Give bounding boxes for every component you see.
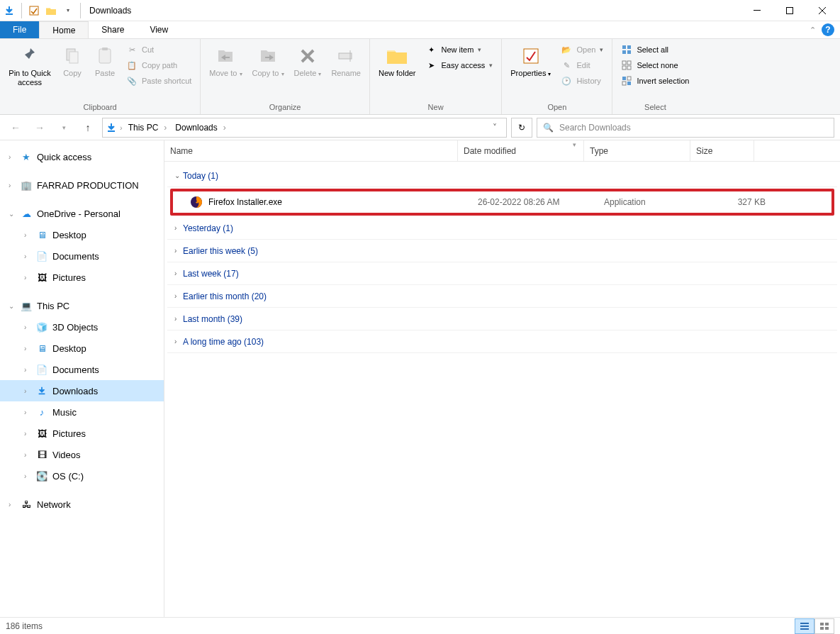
downloads-arrow-icon[interactable] [1, 3, 17, 18]
close-button[interactable] [806, 0, 839, 21]
copy-to-button[interactable]: Copy to ▾ [248, 42, 289, 82]
group-last-week[interactable]: ›Last week (17) [167, 262, 837, 285]
easy-access-icon: ➤ [426, 60, 437, 71]
group-yesterday[interactable]: ›Yesterday (1) [167, 217, 837, 240]
nav-farrad[interactable]: ›🏢FARRAD PRODUCTION [0, 174, 164, 196]
svg-rect-1 [30, 6, 38, 15]
nav-pc-videos[interactable]: ›🎞Videos [0, 444, 164, 465]
column-size[interactable]: Size [690, 140, 754, 161]
documents-icon: 📄 [35, 250, 48, 262]
copy-icon [61, 45, 84, 67]
pictures-icon: 🖼 [35, 427, 48, 440]
nav-pc-downloads[interactable]: ›Downloads [0, 380, 164, 401]
delete-button[interactable]: Delete ▾ [290, 42, 326, 82]
svg-rect-10 [622, 45, 626, 49]
nav-pc-os-c[interactable]: ›💽OS (C:) [0, 465, 164, 486]
move-to-button[interactable]: Move to ▾ [205, 42, 246, 82]
svg-rect-29 [825, 623, 829, 625]
pin-to-quick-access-button[interactable]: Pin to Quick access [4, 42, 55, 90]
breadcrumb-downloads[interactable]: Downloads [172, 123, 228, 133]
refresh-button[interactable]: ↻ [511, 118, 532, 138]
address-bar[interactable]: › This PC Downloads ˅ [102, 118, 507, 138]
recent-locations-button[interactable]: ▾ [54, 118, 74, 138]
qat-folder-icon[interactable] [43, 3, 59, 18]
group-today[interactable]: ⌄Today (1) [167, 165, 837, 187]
status-bar: 186 items [0, 617, 840, 634]
nav-pc-desktop[interactable]: ›🖥Desktop [0, 338, 164, 359]
history-button[interactable]: 🕑History [556, 73, 607, 89]
nav-onedrive[interactable]: ⌄☁OneDrive - Personal [0, 203, 164, 224]
copy-button[interactable]: Copy [57, 42, 88, 81]
svg-rect-23 [39, 394, 45, 395]
details-view-button[interactable] [795, 618, 814, 634]
select-none-button[interactable]: Select none [617, 57, 693, 73]
star-icon: ★ [20, 150, 33, 163]
group-long-time-ago[interactable]: ›A long time ago (103) [167, 330, 837, 353]
address-dropdown-icon[interactable]: ˅ [486, 118, 503, 137]
easy-access-button[interactable]: ➤Easy access [422, 57, 498, 73]
documents-icon: 📄 [35, 363, 48, 376]
minimize-button[interactable] [741, 0, 773, 21]
open-button[interactable]: 📂Open [556, 42, 607, 57]
downloads-path-icon [106, 122, 117, 133]
paste-shortcut-icon: 📎 [126, 75, 138, 87]
nav-pc-music[interactable]: ›♪Music [0, 401, 164, 423]
up-button[interactable]: ↑ [78, 118, 98, 138]
group-this-month[interactable]: ›Earlier this month (20) [167, 285, 837, 308]
nav-this-pc[interactable]: ⌄💻This PC [0, 295, 164, 316]
svg-rect-30 [820, 627, 824, 630]
cut-button[interactable]: ✂Cut [122, 42, 196, 57]
help-icon[interactable]: ? [822, 23, 834, 36]
file-type: Application [604, 197, 710, 207]
forward-button[interactable]: → [30, 118, 50, 138]
search-box[interactable]: 🔍 Search Downloads [537, 118, 834, 138]
copy-path-button[interactable]: 📋Copy path [122, 57, 196, 73]
group-clipboard-label: Clipboard [4, 101, 196, 113]
nav-od-desktop[interactable]: ›🖥Desktop [0, 224, 164, 245]
svg-rect-26 [800, 625, 809, 627]
nav-od-pictures[interactable]: ›🖼Pictures [0, 267, 164, 288]
svg-rect-21 [627, 82, 631, 85]
column-name[interactable]: Name [164, 140, 458, 161]
collapse-ribbon-icon[interactable]: ⌃ [810, 26, 816, 35]
nav-pc-pictures[interactable]: ›🖼Pictures [0, 423, 164, 444]
tab-home[interactable]: Home [39, 21, 89, 38]
nav-network[interactable]: ›🖧Network [0, 494, 164, 515]
firefox-icon [190, 196, 203, 208]
tab-share[interactable]: Share [89, 21, 137, 38]
invert-selection-button[interactable]: Invert selection [617, 73, 693, 89]
column-type[interactable]: Type [584, 140, 690, 161]
new-folder-button[interactable]: New folder [374, 42, 420, 81]
pictures-icon: 🖼 [35, 271, 48, 284]
maximize-button[interactable] [773, 0, 806, 21]
svg-rect-8 [339, 53, 352, 59]
nav-pc-documents[interactable]: ›📄Documents [0, 359, 164, 380]
qat-properties-icon[interactable] [26, 3, 42, 18]
qat-dropdown-icon[interactable]: ▾ [60, 3, 76, 18]
edit-button[interactable]: ✎Edit [556, 57, 607, 73]
column-date-modified[interactable]: Date modified [458, 140, 584, 161]
group-this-week[interactable]: ›Earlier this week (5) [167, 240, 837, 262]
rename-button[interactable]: Rename [327, 42, 365, 81]
select-all-button[interactable]: Select all [617, 42, 693, 57]
desktop-icon: 🖥 [35, 342, 48, 355]
paste-shortcut-button[interactable]: 📎Paste shortcut [122, 73, 196, 89]
group-last-month[interactable]: ›Last month (39) [167, 308, 837, 330]
music-icon: ♪ [35, 406, 48, 418]
properties-button[interactable]: Properties ▾ [506, 42, 555, 82]
file-row-firefox-installer[interactable]: Firefox Installer.exe 26-02-2022 08:26 A… [173, 191, 831, 213]
tab-view[interactable]: View [137, 21, 181, 38]
nav-3d-objects[interactable]: ›🧊3D Objects [0, 316, 164, 338]
nav-quick-access[interactable]: ›★Quick access [0, 146, 164, 167]
3d-objects-icon: 🧊 [35, 321, 48, 333]
svg-rect-2 [754, 10, 761, 11]
nav-od-documents[interactable]: ›📄Documents [0, 245, 164, 267]
copy-to-icon [257, 45, 279, 67]
new-item-button[interactable]: ✦New item [422, 42, 498, 57]
move-to-icon [214, 45, 237, 67]
paste-button[interactable]: Paste [89, 42, 121, 81]
breadcrumb-this-pc[interactable]: This PC [125, 123, 170, 133]
tab-file[interactable]: File [0, 21, 39, 38]
large-icons-view-button[interactable] [814, 618, 834, 634]
back-button[interactable]: ← [6, 118, 26, 138]
